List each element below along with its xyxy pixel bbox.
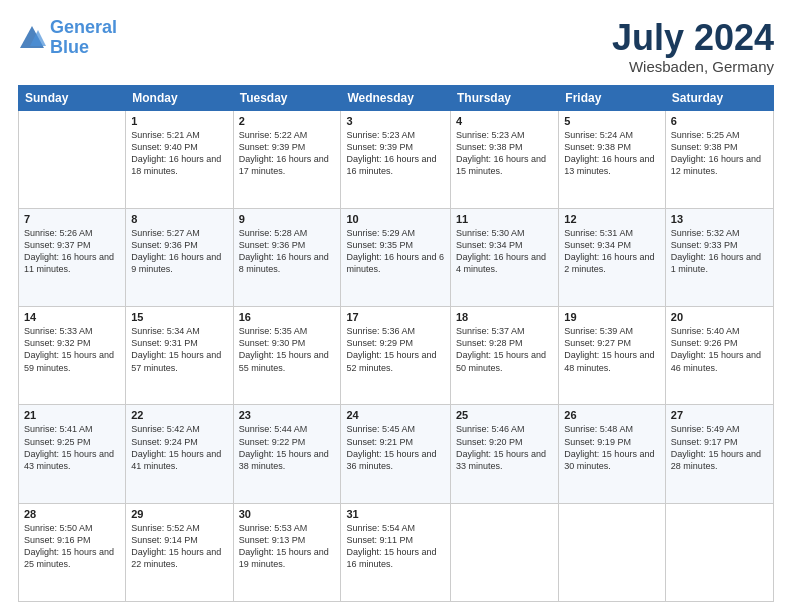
- day-cell: 30Sunrise: 5:53 AMSunset: 9:13 PMDayligh…: [233, 503, 341, 601]
- cell-info: Sunrise: 5:53 AMSunset: 9:13 PMDaylight:…: [239, 522, 336, 571]
- cell-info: Sunrise: 5:23 AMSunset: 9:39 PMDaylight:…: [346, 129, 445, 178]
- day-cell: 19Sunrise: 5:39 AMSunset: 9:27 PMDayligh…: [559, 307, 666, 405]
- col-saturday: Saturday: [665, 85, 773, 110]
- day-cell: 29Sunrise: 5:52 AMSunset: 9:14 PMDayligh…: [126, 503, 233, 601]
- day-cell: [665, 503, 773, 601]
- date-number: 16: [239, 311, 336, 323]
- date-number: 30: [239, 508, 336, 520]
- col-sunday: Sunday: [19, 85, 126, 110]
- cell-info: Sunrise: 5:45 AMSunset: 9:21 PMDaylight:…: [346, 423, 445, 472]
- header: General Blue July 2024 Wiesbaden, German…: [18, 18, 774, 75]
- date-number: 8: [131, 213, 227, 225]
- day-cell: 24Sunrise: 5:45 AMSunset: 9:21 PMDayligh…: [341, 405, 451, 503]
- col-wednesday: Wednesday: [341, 85, 451, 110]
- cell-info: Sunrise: 5:39 AMSunset: 9:27 PMDaylight:…: [564, 325, 660, 374]
- date-number: 29: [131, 508, 227, 520]
- date-number: 28: [24, 508, 120, 520]
- cell-info: Sunrise: 5:25 AMSunset: 9:38 PMDaylight:…: [671, 129, 768, 178]
- cell-info: Sunrise: 5:41 AMSunset: 9:25 PMDaylight:…: [24, 423, 120, 472]
- cell-info: Sunrise: 5:22 AMSunset: 9:39 PMDaylight:…: [239, 129, 336, 178]
- day-cell: 4Sunrise: 5:23 AMSunset: 9:38 PMDaylight…: [451, 110, 559, 208]
- day-cell: 1Sunrise: 5:21 AMSunset: 9:40 PMDaylight…: [126, 110, 233, 208]
- week-row-4: 21Sunrise: 5:41 AMSunset: 9:25 PMDayligh…: [19, 405, 774, 503]
- date-number: 6: [671, 115, 768, 127]
- date-number: 22: [131, 409, 227, 421]
- cell-info: Sunrise: 5:27 AMSunset: 9:36 PMDaylight:…: [131, 227, 227, 276]
- date-number: 31: [346, 508, 445, 520]
- day-cell: 10Sunrise: 5:29 AMSunset: 9:35 PMDayligh…: [341, 208, 451, 306]
- cell-info: Sunrise: 5:49 AMSunset: 9:17 PMDaylight:…: [671, 423, 768, 472]
- date-number: 25: [456, 409, 553, 421]
- logo-blue: Blue: [50, 37, 89, 57]
- day-cell: 2Sunrise: 5:22 AMSunset: 9:39 PMDaylight…: [233, 110, 341, 208]
- date-number: 19: [564, 311, 660, 323]
- col-tuesday: Tuesday: [233, 85, 341, 110]
- cell-info: Sunrise: 5:37 AMSunset: 9:28 PMDaylight:…: [456, 325, 553, 374]
- day-cell: 31Sunrise: 5:54 AMSunset: 9:11 PMDayligh…: [341, 503, 451, 601]
- title-block: July 2024 Wiesbaden, Germany: [612, 18, 774, 75]
- cell-info: Sunrise: 5:23 AMSunset: 9:38 PMDaylight:…: [456, 129, 553, 178]
- date-number: 1: [131, 115, 227, 127]
- logo: General Blue: [18, 18, 117, 58]
- cell-info: Sunrise: 5:34 AMSunset: 9:31 PMDaylight:…: [131, 325, 227, 374]
- date-number: 18: [456, 311, 553, 323]
- day-cell: 13Sunrise: 5:32 AMSunset: 9:33 PMDayligh…: [665, 208, 773, 306]
- day-cell: 3Sunrise: 5:23 AMSunset: 9:39 PMDaylight…: [341, 110, 451, 208]
- day-cell: 16Sunrise: 5:35 AMSunset: 9:30 PMDayligh…: [233, 307, 341, 405]
- date-number: 2: [239, 115, 336, 127]
- date-number: 24: [346, 409, 445, 421]
- cell-info: Sunrise: 5:35 AMSunset: 9:30 PMDaylight:…: [239, 325, 336, 374]
- week-row-2: 7Sunrise: 5:26 AMSunset: 9:37 PMDaylight…: [19, 208, 774, 306]
- cell-info: Sunrise: 5:33 AMSunset: 9:32 PMDaylight:…: [24, 325, 120, 374]
- week-row-1: 1Sunrise: 5:21 AMSunset: 9:40 PMDaylight…: [19, 110, 774, 208]
- day-cell: 27Sunrise: 5:49 AMSunset: 9:17 PMDayligh…: [665, 405, 773, 503]
- day-cell: 28Sunrise: 5:50 AMSunset: 9:16 PMDayligh…: [19, 503, 126, 601]
- day-cell: 20Sunrise: 5:40 AMSunset: 9:26 PMDayligh…: [665, 307, 773, 405]
- cell-info: Sunrise: 5:46 AMSunset: 9:20 PMDaylight:…: [456, 423, 553, 472]
- day-cell: 11Sunrise: 5:30 AMSunset: 9:34 PMDayligh…: [451, 208, 559, 306]
- date-number: 3: [346, 115, 445, 127]
- day-cell: 9Sunrise: 5:28 AMSunset: 9:36 PMDaylight…: [233, 208, 341, 306]
- header-row: Sunday Monday Tuesday Wednesday Thursday…: [19, 85, 774, 110]
- cell-info: Sunrise: 5:29 AMSunset: 9:35 PMDaylight:…: [346, 227, 445, 276]
- day-cell: 14Sunrise: 5:33 AMSunset: 9:32 PMDayligh…: [19, 307, 126, 405]
- day-cell: [451, 503, 559, 601]
- day-cell: 17Sunrise: 5:36 AMSunset: 9:29 PMDayligh…: [341, 307, 451, 405]
- cell-info: Sunrise: 5:32 AMSunset: 9:33 PMDaylight:…: [671, 227, 768, 276]
- day-cell: 6Sunrise: 5:25 AMSunset: 9:38 PMDaylight…: [665, 110, 773, 208]
- date-number: 20: [671, 311, 768, 323]
- cell-info: Sunrise: 5:54 AMSunset: 9:11 PMDaylight:…: [346, 522, 445, 571]
- day-cell: 21Sunrise: 5:41 AMSunset: 9:25 PMDayligh…: [19, 405, 126, 503]
- date-number: 4: [456, 115, 553, 127]
- date-number: 27: [671, 409, 768, 421]
- date-number: 21: [24, 409, 120, 421]
- day-cell: [559, 503, 666, 601]
- col-monday: Monday: [126, 85, 233, 110]
- cell-info: Sunrise: 5:52 AMSunset: 9:14 PMDaylight:…: [131, 522, 227, 571]
- calendar-table: Sunday Monday Tuesday Wednesday Thursday…: [18, 85, 774, 602]
- date-number: 23: [239, 409, 336, 421]
- cell-info: Sunrise: 5:44 AMSunset: 9:22 PMDaylight:…: [239, 423, 336, 472]
- day-cell: 26Sunrise: 5:48 AMSunset: 9:19 PMDayligh…: [559, 405, 666, 503]
- day-cell: 22Sunrise: 5:42 AMSunset: 9:24 PMDayligh…: [126, 405, 233, 503]
- cell-info: Sunrise: 5:42 AMSunset: 9:24 PMDaylight:…: [131, 423, 227, 472]
- month-title: July 2024: [612, 18, 774, 58]
- cell-info: Sunrise: 5:36 AMSunset: 9:29 PMDaylight:…: [346, 325, 445, 374]
- date-number: 11: [456, 213, 553, 225]
- day-cell: 5Sunrise: 5:24 AMSunset: 9:38 PMDaylight…: [559, 110, 666, 208]
- logo-general: General: [50, 17, 117, 37]
- day-cell: 7Sunrise: 5:26 AMSunset: 9:37 PMDaylight…: [19, 208, 126, 306]
- day-cell: [19, 110, 126, 208]
- cell-info: Sunrise: 5:50 AMSunset: 9:16 PMDaylight:…: [24, 522, 120, 571]
- col-friday: Friday: [559, 85, 666, 110]
- week-row-5: 28Sunrise: 5:50 AMSunset: 9:16 PMDayligh…: [19, 503, 774, 601]
- day-cell: 8Sunrise: 5:27 AMSunset: 9:36 PMDaylight…: [126, 208, 233, 306]
- day-cell: 18Sunrise: 5:37 AMSunset: 9:28 PMDayligh…: [451, 307, 559, 405]
- location: Wiesbaden, Germany: [612, 58, 774, 75]
- date-number: 26: [564, 409, 660, 421]
- day-cell: 25Sunrise: 5:46 AMSunset: 9:20 PMDayligh…: [451, 405, 559, 503]
- cell-info: Sunrise: 5:26 AMSunset: 9:37 PMDaylight:…: [24, 227, 120, 276]
- cell-info: Sunrise: 5:48 AMSunset: 9:19 PMDaylight:…: [564, 423, 660, 472]
- date-number: 15: [131, 311, 227, 323]
- cell-info: Sunrise: 5:31 AMSunset: 9:34 PMDaylight:…: [564, 227, 660, 276]
